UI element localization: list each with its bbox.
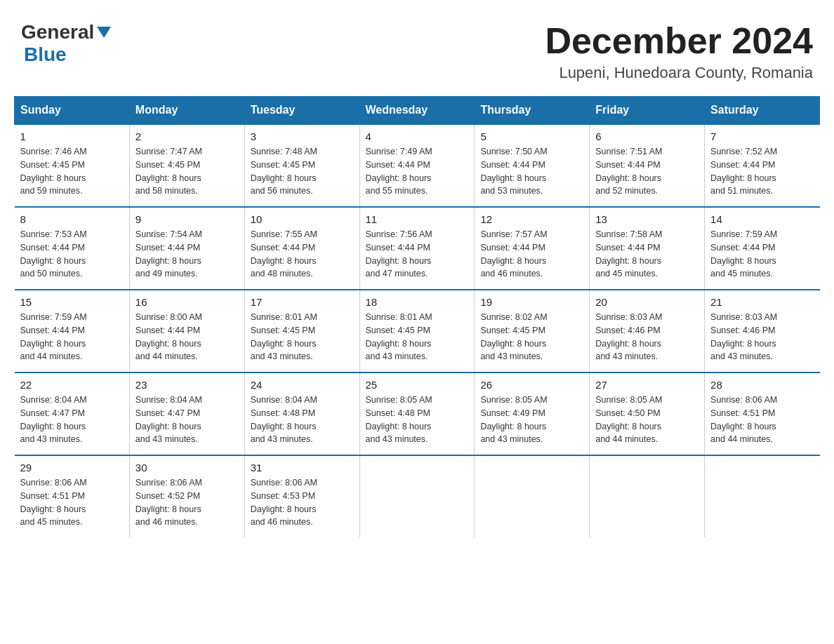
- calendar-day-21: 21 Sunrise: 8:03 AM Sunset: 4:46 PM Dayl…: [705, 290, 820, 373]
- day-info: Sunrise: 7:54 AM Sunset: 4:44 PM Dayligh…: [135, 228, 239, 281]
- page-header: General Blue December 2024 Lupeni, Huned…: [14, 14, 820, 82]
- calendar-day-24: 24 Sunrise: 8:04 AM Sunset: 4:48 PM Dayl…: [244, 373, 359, 455]
- empty-cell: [590, 455, 705, 537]
- day-number: 21: [710, 296, 814, 308]
- calendar-day-18: 18 Sunrise: 8:01 AM Sunset: 4:45 PM Dayl…: [359, 290, 475, 373]
- calendar-week-3: 15 Sunrise: 7:59 AM Sunset: 4:44 PM Dayl…: [15, 290, 820, 373]
- day-info: Sunrise: 8:02 AM Sunset: 4:45 PM Dayligh…: [480, 311, 583, 363]
- day-number: 9: [135, 213, 239, 225]
- day-number: 4: [366, 130, 469, 142]
- calendar-day-25: 25 Sunrise: 8:05 AM Sunset: 4:48 PM Dayl…: [359, 373, 475, 455]
- calendar-day-22: 22 Sunrise: 8:04 AM Sunset: 4:47 PM Dayl…: [15, 373, 130, 455]
- day-number: 8: [20, 213, 124, 225]
- logo-triangle-icon: [97, 27, 111, 38]
- empty-cell: [475, 455, 590, 537]
- weekday-header-sunday: Sunday: [15, 97, 130, 125]
- calendar-day-1: 1 Sunrise: 7:46 AM Sunset: 4:45 PM Dayli…: [15, 124, 130, 207]
- day-info: Sunrise: 8:06 AM Sunset: 4:52 PM Dayligh…: [135, 476, 239, 529]
- weekday-header-wednesday: Wednesday: [359, 97, 475, 125]
- day-number: 16: [135, 296, 239, 308]
- calendar-day-5: 5 Sunrise: 7:50 AM Sunset: 4:44 PM Dayli…: [475, 124, 590, 207]
- calendar-week-5: 29 Sunrise: 8:06 AM Sunset: 4:51 PM Dayl…: [15, 455, 820, 537]
- day-info: Sunrise: 7:53 AM Sunset: 4:44 PM Dayligh…: [20, 228, 124, 281]
- day-number: 19: [480, 296, 583, 308]
- weekday-header-monday: Monday: [129, 97, 244, 125]
- day-number: 26: [480, 379, 583, 391]
- day-info: Sunrise: 7:57 AM Sunset: 4:44 PM Dayligh…: [480, 228, 583, 281]
- day-info: Sunrise: 8:06 AM Sunset: 4:53 PM Dayligh…: [251, 476, 354, 529]
- day-number: 27: [595, 379, 699, 391]
- day-number: 2: [135, 130, 239, 142]
- day-info: Sunrise: 8:04 AM Sunset: 4:47 PM Dayligh…: [20, 394, 124, 446]
- calendar-day-15: 15 Sunrise: 7:59 AM Sunset: 4:44 PM Dayl…: [15, 290, 130, 373]
- day-number: 1: [20, 130, 124, 142]
- logo-text: General: [21, 21, 112, 43]
- day-info: Sunrise: 8:03 AM Sunset: 4:46 PM Dayligh…: [710, 311, 814, 363]
- day-info: Sunrise: 8:04 AM Sunset: 4:47 PM Dayligh…: [135, 394, 239, 446]
- day-info: Sunrise: 8:05 AM Sunset: 4:49 PM Dayligh…: [480, 394, 583, 446]
- title-area: December 2024 Lupeni, Hunedoara County, …: [545, 21, 813, 82]
- day-info: Sunrise: 7:52 AM Sunset: 4:44 PM Dayligh…: [710, 145, 814, 198]
- day-number: 7: [710, 130, 814, 142]
- day-info: Sunrise: 8:01 AM Sunset: 4:45 PM Dayligh…: [251, 311, 354, 363]
- calendar-day-13: 13 Sunrise: 7:58 AM Sunset: 4:44 PM Dayl…: [590, 207, 705, 290]
- day-info: Sunrise: 7:49 AM Sunset: 4:44 PM Dayligh…: [366, 145, 469, 198]
- location: Lupeni, Hunedoara County, Romania: [545, 64, 813, 82]
- day-info: Sunrise: 7:58 AM Sunset: 4:44 PM Dayligh…: [595, 228, 699, 281]
- day-number: 6: [595, 130, 699, 142]
- day-number: 12: [480, 213, 583, 225]
- calendar-day-20: 20 Sunrise: 8:03 AM Sunset: 4:46 PM Dayl…: [590, 290, 705, 373]
- calendar-day-16: 16 Sunrise: 8:00 AM Sunset: 4:44 PM Dayl…: [129, 290, 244, 373]
- calendar-day-7: 7 Sunrise: 7:52 AM Sunset: 4:44 PM Dayli…: [705, 124, 820, 207]
- calendar-day-6: 6 Sunrise: 7:51 AM Sunset: 4:44 PM Dayli…: [590, 124, 705, 207]
- calendar-week-2: 8 Sunrise: 7:53 AM Sunset: 4:44 PM Dayli…: [15, 207, 820, 290]
- day-info: Sunrise: 7:47 AM Sunset: 4:45 PM Dayligh…: [135, 145, 239, 198]
- calendar-table: SundayMondayTuesdayWednesdayThursdayFrid…: [14, 96, 820, 537]
- calendar-day-28: 28 Sunrise: 8:06 AM Sunset: 4:51 PM Dayl…: [705, 373, 820, 455]
- day-info: Sunrise: 8:05 AM Sunset: 4:48 PM Dayligh…: [366, 394, 469, 446]
- day-number: 22: [20, 379, 124, 391]
- day-number: 25: [366, 379, 469, 391]
- day-info: Sunrise: 7:51 AM Sunset: 4:44 PM Dayligh…: [595, 145, 699, 198]
- calendar-day-14: 14 Sunrise: 7:59 AM Sunset: 4:44 PM Dayl…: [705, 207, 820, 290]
- day-number: 17: [251, 296, 354, 308]
- calendar-day-29: 29 Sunrise: 8:06 AM Sunset: 4:51 PM Dayl…: [15, 455, 130, 537]
- empty-cell: [705, 455, 820, 537]
- weekday-header-row: SundayMondayTuesdayWednesdayThursdayFrid…: [15, 97, 820, 125]
- calendar-week-4: 22 Sunrise: 8:04 AM Sunset: 4:47 PM Dayl…: [15, 373, 820, 455]
- day-info: Sunrise: 7:48 AM Sunset: 4:45 PM Dayligh…: [251, 145, 354, 198]
- day-info: Sunrise: 7:55 AM Sunset: 4:44 PM Dayligh…: [251, 228, 354, 281]
- calendar-day-12: 12 Sunrise: 7:57 AM Sunset: 4:44 PM Dayl…: [475, 207, 590, 290]
- day-info: Sunrise: 8:00 AM Sunset: 4:44 PM Dayligh…: [135, 311, 239, 363]
- day-number: 11: [366, 213, 469, 225]
- empty-cell: [359, 455, 475, 537]
- day-info: Sunrise: 8:03 AM Sunset: 4:46 PM Dayligh…: [595, 311, 699, 363]
- calendar-day-11: 11 Sunrise: 7:56 AM Sunset: 4:44 PM Dayl…: [359, 207, 475, 290]
- day-info: Sunrise: 8:04 AM Sunset: 4:48 PM Dayligh…: [251, 394, 354, 446]
- day-number: 24: [251, 379, 354, 391]
- day-number: 29: [20, 462, 124, 474]
- weekday-header-thursday: Thursday: [475, 97, 590, 125]
- day-number: 31: [251, 462, 354, 474]
- day-info: Sunrise: 7:50 AM Sunset: 4:44 PM Dayligh…: [480, 145, 583, 198]
- calendar-day-10: 10 Sunrise: 7:55 AM Sunset: 4:44 PM Dayl…: [244, 207, 359, 290]
- day-info: Sunrise: 8:06 AM Sunset: 4:51 PM Dayligh…: [710, 394, 814, 446]
- day-info: Sunrise: 8:01 AM Sunset: 4:45 PM Dayligh…: [366, 311, 469, 363]
- calendar-day-2: 2 Sunrise: 7:47 AM Sunset: 4:45 PM Dayli…: [129, 124, 244, 207]
- logo: General Blue: [21, 21, 112, 66]
- calendar-day-23: 23 Sunrise: 8:04 AM Sunset: 4:47 PM Dayl…: [129, 373, 244, 455]
- day-number: 10: [251, 213, 354, 225]
- calendar-day-26: 26 Sunrise: 8:05 AM Sunset: 4:49 PM Dayl…: [475, 373, 590, 455]
- day-info: Sunrise: 8:05 AM Sunset: 4:50 PM Dayligh…: [595, 394, 699, 446]
- logo-blue: Blue: [24, 43, 67, 65]
- day-number: 18: [366, 296, 469, 308]
- month-title: December 2024: [545, 21, 813, 61]
- day-number: 30: [135, 462, 239, 474]
- logo-general: General: [21, 21, 94, 43]
- weekday-header-saturday: Saturday: [705, 97, 820, 125]
- weekday-header-tuesday: Tuesday: [244, 97, 359, 125]
- calendar-day-19: 19 Sunrise: 8:02 AM Sunset: 4:45 PM Dayl…: [475, 290, 590, 373]
- day-number: 15: [20, 296, 124, 308]
- day-number: 20: [595, 296, 699, 308]
- calendar-day-3: 3 Sunrise: 7:48 AM Sunset: 4:45 PM Dayli…: [244, 124, 359, 207]
